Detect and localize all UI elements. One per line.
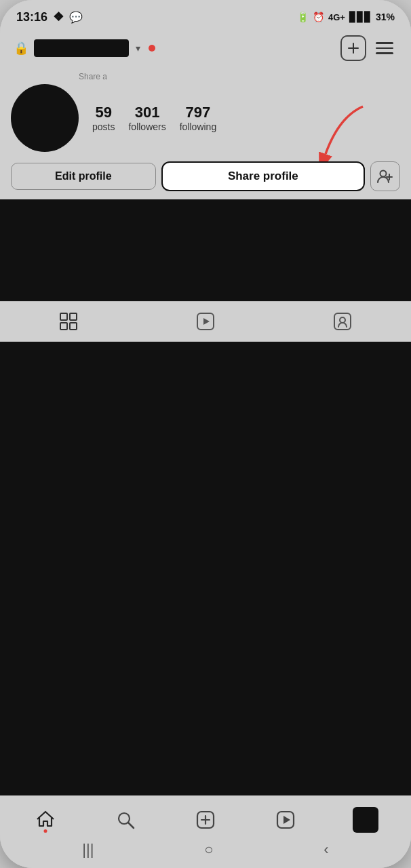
search-icon	[115, 810, 136, 830]
edit-profile-button[interactable]: Edit profile	[11, 163, 156, 190]
signal-icon: ▊▊▊	[349, 12, 372, 22]
username-redacted	[34, 39, 129, 57]
home-nav-button[interactable]	[28, 803, 62, 837]
dropdown-arrow-icon[interactable]: ▾	[136, 43, 140, 54]
search-nav-button[interactable]	[109, 803, 142, 837]
hamburger-menu-button[interactable]	[372, 35, 397, 61]
profile-thumbnail	[353, 807, 378, 833]
new-post-button[interactable]	[340, 35, 366, 61]
create-nav-button[interactable]	[189, 803, 222, 837]
posts-label: posts	[92, 121, 115, 132]
followers-count: 301	[135, 104, 160, 121]
reels-nav-button[interactable]	[269, 803, 302, 837]
followers-stat[interactable]: 301 followers	[128, 104, 165, 132]
home-badge	[44, 829, 47, 833]
create-icon	[195, 810, 216, 830]
share-profile-button[interactable]: Share profile	[161, 161, 365, 191]
share-hint-text: Share a	[79, 72, 400, 81]
network-label: 4G+	[328, 12, 345, 22]
hamburger-line-2	[376, 47, 393, 50]
posts-count: 59	[95, 104, 111, 121]
plus-icon	[347, 41, 360, 55]
svg-rect-1	[348, 47, 359, 49]
slack-icon: ❖	[53, 9, 64, 24]
back-button[interactable]: ‹	[324, 841, 328, 859]
svg-point-3	[380, 171, 387, 177]
home-button[interactable]: ○	[204, 841, 213, 859]
avatar[interactable]	[11, 84, 79, 152]
status-bar: 13:16 ❖ 💬 🔋 ⏰ 4G+ ▊▊▊ 31%	[0, 0, 411, 30]
phone-frame: 13:16 ❖ 💬 🔋 ⏰ 4G+ ▊▊▊ 31% 🔒 ▾	[0, 0, 411, 868]
bottom-nav-icons	[0, 803, 411, 837]
svg-marker-20	[283, 816, 290, 824]
nav-bar: 🔒 ▾	[0, 30, 411, 66]
battery-icon: 🔋	[297, 12, 309, 22]
tagged-tab[interactable]	[331, 310, 354, 333]
reels-tab[interactable]	[194, 310, 217, 333]
status-left: 13:16 ❖ 💬	[16, 9, 83, 24]
svg-rect-6	[60, 313, 67, 320]
content-tab-bar	[0, 301, 411, 342]
svg-rect-8	[60, 323, 67, 330]
battery-percent: 31%	[376, 12, 395, 22]
profile-buttons: Edit profile Share profile	[11, 161, 400, 191]
phone-screen: 13:16 ❖ 💬 🔋 ⏰ 4G+ ▊▊▊ 31% 🔒 ▾	[0, 0, 411, 868]
add-friend-button[interactable]	[370, 161, 400, 191]
profile-content-block-1	[0, 199, 411, 301]
svg-rect-9	[70, 323, 77, 330]
notification-dot	[149, 45, 155, 52]
add-person-icon	[377, 169, 393, 184]
message-icon: 💬	[69, 11, 83, 24]
time-display: 13:16	[16, 10, 47, 24]
recent-apps-button[interactable]: |||	[82, 841, 94, 859]
svg-marker-11	[203, 318, 210, 325]
system-bar: ||| ○ ‹	[0, 837, 411, 865]
grid-tab[interactable]	[57, 310, 80, 333]
svg-rect-12	[334, 313, 351, 330]
reels-icon	[196, 312, 215, 331]
followers-label: followers	[128, 121, 165, 132]
svg-rect-7	[70, 313, 77, 320]
svg-line-15	[128, 823, 134, 828]
lock-icon: 🔒	[14, 41, 28, 56]
reels-nav-icon	[275, 810, 296, 830]
hamburger-line-1	[376, 42, 393, 44]
following-stat[interactable]: 797 following	[180, 104, 216, 132]
svg-point-13	[340, 317, 345, 323]
alarm-icon: ⏰	[313, 12, 324, 22]
status-right: 🔋 ⏰ 4G+ ▊▊▊ 31%	[297, 12, 395, 22]
hamburger-line-3	[376, 52, 393, 54]
profile-nav-button[interactable]	[349, 803, 383, 837]
grid-icon	[59, 312, 78, 331]
following-label: following	[180, 121, 216, 132]
following-count: 797	[186, 104, 211, 121]
tagged-icon	[333, 312, 352, 331]
profile-section: Share a 59 posts 301 followers 797 follo…	[0, 66, 411, 199]
arrow-annotation	[312, 103, 366, 164]
posts-stat[interactable]: 59 posts	[92, 104, 115, 132]
home-icon	[35, 810, 56, 830]
bottom-nav: ||| ○ ‹	[0, 795, 411, 868]
profile-content-block-2	[0, 342, 411, 795]
